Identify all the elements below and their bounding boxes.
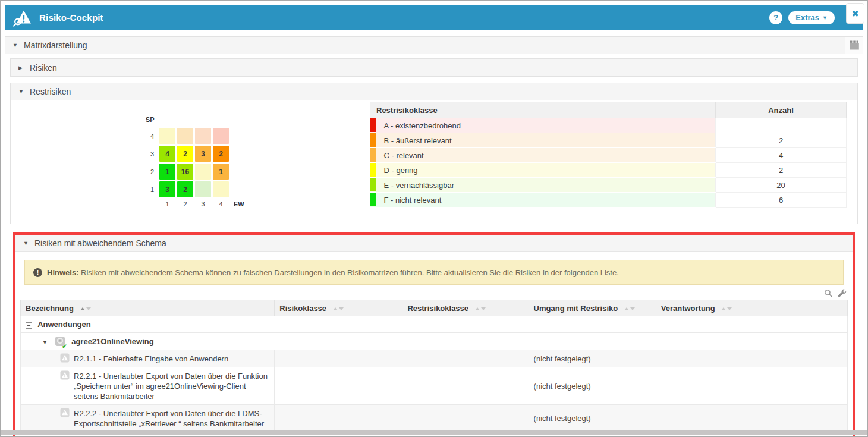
risk-name-inner: R2.1.1 - Fehlerhafte Eingabe von Anwende… <box>60 353 269 364</box>
column-header-restrisikoklasse: Restrisikoklasse <box>370 102 716 118</box>
panels-container: ▶ Risiken ▼ Restrisiken SP 4342322116113… <box>5 54 863 437</box>
section-matrixdarstellung-title: Matrixdarstellung <box>24 40 87 50</box>
wrench-icon[interactable] <box>838 289 847 298</box>
class-color-indicator <box>370 133 376 147</box>
risk-row[interactable]: R2.2.2 - Unerlaubter Export von Daten üb… <box>21 405 848 432</box>
matrix-row: 4 <box>143 128 370 144</box>
restrisiko-count-cell <box>716 118 847 133</box>
risk-class-cell <box>275 405 402 432</box>
section-abweichend-header[interactable]: ▼ Risiken mit abweichendem Schema <box>15 235 853 252</box>
matrix-cell[interactable]: 3 <box>159 181 175 197</box>
section-risiken-header[interactable]: ▶ Risiken <box>11 59 857 76</box>
info-exclamation-icon: ! <box>33 268 42 277</box>
restrisiko-class-label: C - relevant <box>384 151 424 160</box>
caret-down-icon[interactable]: ▼ <box>42 339 48 345</box>
matrix-cell[interactable]: 2 <box>213 146 229 162</box>
risk-name: R2.2.2 - Unerlaubter Export von Daten üb… <box>74 408 269 429</box>
class-color-indicator <box>370 148 376 162</box>
hint-label: Hinweis: <box>47 268 78 277</box>
restrisiko-class-cell: E - vernachlässigbar <box>370 178 716 193</box>
caret-down-icon: ▼ <box>12 42 18 48</box>
extras-button[interactable]: Extras ▼ <box>788 11 835 24</box>
matrix-y-tick: 2 <box>143 168 154 175</box>
caret-right-icon: ▶ <box>18 65 24 71</box>
hint-text: Risiken mit abweichendem Schema können z… <box>81 268 619 277</box>
group-row-anwendungen[interactable]: − Anwendungen <box>21 316 848 333</box>
section-abweichend: ▼ Risiken mit abweichendem Schema ! Hinw… <box>15 235 853 432</box>
risk-class-cell <box>275 367 402 405</box>
column-header-umgang[interactable]: Umgang mit Restrisiko <box>529 300 656 316</box>
sort-icons[interactable] <box>475 307 486 310</box>
caret-down-icon: ▼ <box>18 89 24 95</box>
subgroup-row-agree21onlineviewing[interactable]: ▼ ✔ agree21OnlineViewing <box>21 333 848 350</box>
responsibility-cell <box>656 350 847 367</box>
residual-class-cell <box>402 405 529 432</box>
sort-icons[interactable] <box>721 307 732 310</box>
risk-name-cell: R2.1.1 - Fehlerhafte Eingabe von Anwende… <box>21 350 275 367</box>
restrisiko-class-cell: B - äußerst relevant <box>370 133 716 148</box>
restrisiko-row[interactable]: C - relevant4 <box>370 148 847 163</box>
matrix-cell[interactable]: 2 <box>177 181 193 197</box>
section-restrisiken-header[interactable]: ▼ Restrisiken <box>11 83 857 100</box>
risk-matrix-grid: 434232211611321234EW <box>143 128 370 208</box>
risk-table-body: − Anwendungen ▼ <box>21 316 848 432</box>
matrix-cell[interactable]: 4 <box>159 146 175 162</box>
matrix-cell[interactable]: 1 <box>159 164 175 180</box>
risk-name-cell: R2.2.1 - Unerlaubter Export von Daten üb… <box>21 367 275 405</box>
risk-name-inner: R2.2.1 - Unerlaubter Export von Daten üb… <box>60 370 269 401</box>
restrisiko-row[interactable]: A - existenzbedrohend <box>370 118 847 133</box>
column-label: Risikoklasse <box>279 304 326 313</box>
matrix-y-axis-label: SP <box>146 116 370 123</box>
titlebar-actions: ? Extras ▼ <box>769 11 855 24</box>
restrisiko-row[interactable]: B - äußerst relevant2 <box>370 133 847 148</box>
restrisiko-table: Restrisikoklasse Anzahl A - existenzbedr… <box>370 102 847 208</box>
matrix-cell[interactable]: 16 <box>177 164 193 180</box>
restrisiko-row[interactable]: E - vernachlässigbar20 <box>370 178 847 193</box>
caret-down-icon: ▼ <box>23 240 29 246</box>
risk-table: Bezeichnung Risikoklasse Restrisikoklass… <box>20 300 848 432</box>
risk-row[interactable]: R2.1.1 - Fehlerhafte Eingabe von Anwende… <box>21 350 848 367</box>
restrisiko-count-cell: 4 <box>716 148 847 163</box>
close-button[interactable]: ✖ <box>846 3 864 24</box>
warning-triangle-icon <box>60 408 70 417</box>
window: Risiko-Cockpit ? Extras ▼ ✖ ▼ Matrixdars… <box>0 0 868 437</box>
page-title: Risiko-Cockpit <box>39 12 103 23</box>
restrisiko-row[interactable]: D - gering2 <box>370 163 847 178</box>
class-color-indicator <box>370 118 376 132</box>
matrix-cell[interactable]: 2 <box>177 146 193 162</box>
matrix-y-tick: 4 <box>143 133 154 140</box>
matrix-cell[interactable]: 3 <box>195 146 211 162</box>
risk-row[interactable]: R2.2.1 - Unerlaubter Export von Daten üb… <box>21 367 848 405</box>
matrix-x-tick: 4 <box>213 200 229 208</box>
column-header-risikoklasse[interactable]: Risikoklasse <box>275 300 402 316</box>
restrisiko-class-cell: C - relevant <box>370 148 716 163</box>
matrix-x-axis-label: EW <box>234 200 244 208</box>
hint-text-wrap: Hinweis: Risiken mit abweichendem Schema… <box>47 268 619 277</box>
section-risiken-title: Risiken <box>30 63 57 73</box>
section-restrisiken-title: Restrisiken <box>30 87 71 96</box>
sort-icons[interactable] <box>624 307 635 310</box>
matrix-x-tick: 3 <box>195 200 211 208</box>
calendar-icon[interactable] <box>845 37 863 54</box>
table-toolbar <box>15 285 853 300</box>
column-header-bezeichnung[interactable]: Bezeichnung <box>21 300 275 316</box>
matrix-cell <box>159 128 175 144</box>
sort-icons[interactable] <box>80 307 91 310</box>
section-matrixdarstellung-header[interactable]: ▼ Matrixdarstellung <box>5 36 863 54</box>
risk-name-inner: R2.2.2 - Unerlaubter Export von Daten üb… <box>60 408 269 429</box>
search-icon[interactable] <box>824 289 833 298</box>
restrisiko-count-cell: 6 <box>716 193 847 208</box>
residual-class-cell <box>402 367 529 405</box>
column-header-verantwortung[interactable]: Verantwortung <box>656 300 847 316</box>
column-header-restrisikoklasse[interactable]: Restrisikoklasse <box>402 300 529 316</box>
restrisiko-count-cell: 2 <box>716 133 847 148</box>
warning-triangle-icon <box>60 353 70 363</box>
matrix-cell[interactable]: 1 <box>213 164 229 180</box>
restrisiko-row[interactable]: F - nicht relevant6 <box>370 193 847 208</box>
sort-icons[interactable] <box>333 307 344 310</box>
restrisiko-table-wrap: Restrisikoklasse Anzahl A - existenzbedr… <box>370 102 847 209</box>
restrisiko-table-header-row: Restrisikoklasse Anzahl <box>370 102 847 118</box>
help-button[interactable]: ? <box>769 11 782 24</box>
risk-magnifier-warning-icon <box>13 9 32 27</box>
minus-box-icon[interactable]: − <box>26 322 32 329</box>
